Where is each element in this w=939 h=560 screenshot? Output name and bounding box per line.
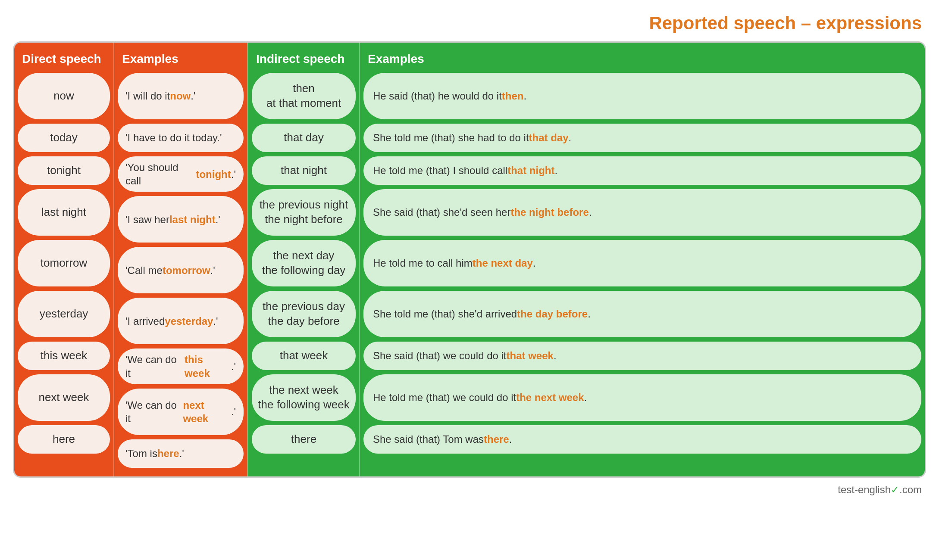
- indirect-cell-1: that day: [252, 124, 356, 152]
- example-left-cell-2: 'You should call tonight.': [118, 156, 244, 192]
- col-examples-right: Examples He said (that) he would do it t…: [359, 43, 925, 476]
- example-right-cell-7: He told me (that) we could do it the nex…: [363, 374, 921, 421]
- direct-cell-4: tomorrow: [18, 240, 110, 286]
- col-indirect-header: Indirect speech: [252, 47, 356, 73]
- example-left-cell-6: 'We can do it this week.': [118, 348, 244, 384]
- col-direct-header: Direct speech: [18, 47, 110, 73]
- indirect-cell-3: the previous night the night before: [252, 189, 356, 236]
- example-right-cell-2: He told me (that) I should call that nig…: [363, 156, 921, 185]
- col-examples-left-header: Examples: [118, 47, 244, 73]
- example-left-cell-8: 'Tom is here.': [118, 439, 244, 468]
- example-right-cell-1: She told me (that) she had to do it that…: [363, 124, 921, 152]
- direct-cell-5: yesterday: [18, 291, 110, 337]
- example-left-cell-5: 'I arrived yesterday.': [118, 298, 244, 344]
- indirect-cell-7: the next week the following week: [252, 374, 356, 421]
- col-direct: Direct speech nowtodaytonightlast nightt…: [14, 43, 113, 476]
- indirect-cell-4: the next day the following day: [252, 240, 356, 286]
- indirect-cell-5: the previous day the day before: [252, 291, 356, 337]
- col-examples-right-header: Examples: [363, 47, 921, 73]
- footer: test-english✓.com: [13, 484, 926, 496]
- example-left-cell-1: 'I have to do it today.': [118, 124, 244, 152]
- direct-cell-6: this week: [18, 342, 110, 370]
- indirect-cell-6: that week: [252, 342, 356, 370]
- main-table: Direct speech nowtodaytonightlast nightt…: [13, 41, 926, 478]
- direct-cell-2: tonight: [18, 156, 110, 185]
- example-left-cell-4: 'Call me tomorrow.': [118, 247, 244, 293]
- page-title: Reported speech – expressions: [13, 13, 926, 34]
- indirect-cell-8: there: [252, 425, 356, 454]
- col-examples-left: Examples 'I will do it now.''I have to d…: [113, 43, 247, 476]
- col-indirect: Indirect speech then at that momentthat …: [247, 43, 359, 476]
- example-left-cell-0: 'I will do it now.': [118, 73, 244, 119]
- direct-cell-1: today: [18, 124, 110, 152]
- example-right-cell-6: She said (that) we could do it that week…: [363, 342, 921, 370]
- section-green: Indirect speech then at that momentthat …: [247, 43, 925, 476]
- indirect-cell-0: then at that moment: [252, 73, 356, 119]
- example-right-cell-3: She said (that) she'd seen her the night…: [363, 189, 921, 236]
- example-left-cell-3: 'I saw her last night.': [118, 196, 244, 243]
- section-orange: Direct speech nowtodaytonightlast nightt…: [14, 43, 247, 476]
- example-right-cell-4: He told me to call him the next day.: [363, 240, 921, 286]
- example-right-cell-5: She told me (that) she'd arrived the day…: [363, 291, 921, 337]
- example-right-cell-8: She said (that) Tom was there.: [363, 425, 921, 454]
- direct-cell-7: next week: [18, 374, 110, 421]
- example-right-cell-0: He said (that) he would do it then.: [363, 73, 921, 119]
- example-left-cell-7: 'We can do it next week.': [118, 389, 244, 435]
- indirect-cell-2: that night: [252, 156, 356, 185]
- direct-cell-8: here: [18, 425, 110, 454]
- direct-cell-0: now: [18, 73, 110, 119]
- direct-cell-3: last night: [18, 189, 110, 236]
